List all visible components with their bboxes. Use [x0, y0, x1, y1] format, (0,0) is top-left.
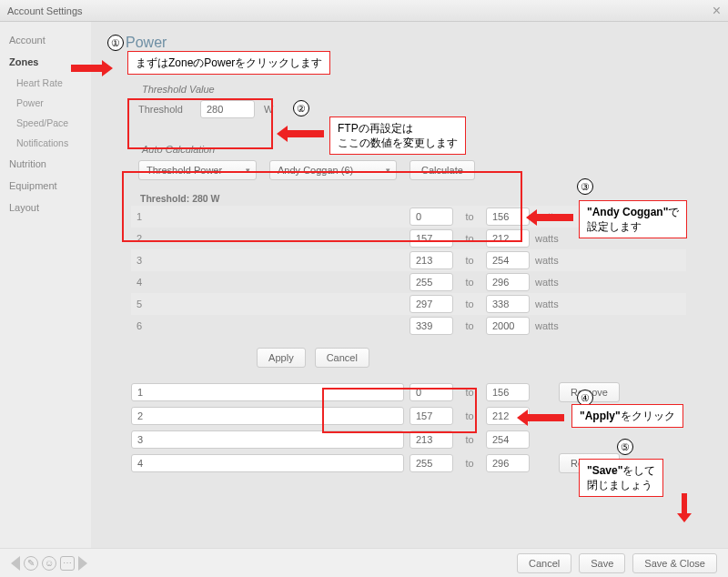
default-power-label: Default Power	[131, 56, 712, 67]
to-label: to	[459, 277, 480, 288]
autocalc-panel: Auto Calculation Threshold Power ▾ Andy …	[131, 137, 541, 186]
title-bar: Account Settings ×	[0, 0, 728, 22]
editable-zones: to Remove to to	[131, 380, 713, 475]
to-label: to	[459, 410, 480, 421]
zone-to[interactable]	[486, 295, 530, 313]
edit-icon[interactable]: ✎	[24, 556, 38, 571]
app-window: Account Settings × Account Zones Heart R…	[0, 0, 728, 577]
zone-num: 3	[131, 255, 404, 266]
zone-unit: watts	[535, 299, 571, 309]
basis-dropdown[interactable]: Threshold Power ▾	[138, 160, 257, 180]
zone-unit: watts	[535, 320, 571, 331]
to-label: to	[459, 255, 480, 266]
threshold-summary: Threshold: 280 W	[140, 193, 712, 204]
threshold-input[interactable]	[200, 100, 255, 118]
to-label: to	[459, 233, 480, 244]
zone-from[interactable]	[410, 208, 453, 226]
sidebar-item-zones[interactable]: Zones	[0, 51, 91, 73]
to-label: to	[459, 434, 480, 445]
calculate-button[interactable]: Calculate	[410, 160, 475, 180]
ezone-to[interactable]	[486, 454, 530, 472]
method-value: Andy Coggan (6)	[278, 165, 353, 176]
zone-unit: watts	[535, 233, 571, 244]
to-label: to	[459, 387, 480, 398]
zone-to[interactable]	[486, 208, 530, 226]
more-icon[interactable]: ⋯	[60, 556, 75, 571]
main-content: Power Default Power Threshold Value Thre…	[91, 22, 728, 548]
zone-from[interactable]	[410, 295, 453, 313]
method-dropdown[interactable]: Andy Coggan (6) ▾	[269, 160, 397, 180]
chevron-down-icon: ▾	[246, 166, 250, 175]
apply-button[interactable]: Apply	[257, 348, 306, 368]
zone-from[interactable]	[410, 273, 453, 291]
zone-to[interactable]	[486, 317, 530, 335]
sidebar-item-nutrition[interactable]: Nutrition	[0, 153, 91, 175]
cancel-button[interactable]: Cancel	[517, 553, 571, 573]
sidebar-sub-power[interactable]: Power	[0, 93, 91, 113]
chevron-down-icon: ▾	[386, 166, 390, 175]
zone-unit: watts	[535, 277, 571, 288]
zone-from[interactable]	[410, 251, 453, 269]
zone-num: 4	[131, 277, 404, 288]
ezone-from[interactable]	[410, 383, 453, 401]
save-close-button[interactable]: Save & Close	[632, 553, 717, 573]
ezone-name[interactable]	[131, 430, 404, 449]
ezone-name[interactable]	[131, 407, 404, 425]
basis-value: Threshold Power	[147, 165, 222, 176]
prev-icon[interactable]	[11, 556, 20, 571]
threshold-unit: W	[264, 104, 273, 115]
close-icon[interactable]: ×	[713, 0, 721, 22]
next-icon[interactable]	[78, 556, 87, 571]
ezone-to[interactable]	[486, 407, 530, 425]
threshold-field-label: Threshold	[138, 104, 191, 115]
window-title: Account Settings	[7, 0, 83, 22]
zone-num: 5	[131, 299, 404, 309]
threshold-panel: Threshold Value Threshold W	[131, 76, 359, 127]
save-button[interactable]: Save	[579, 553, 625, 573]
sidebar-item-layout[interactable]: Layout	[0, 197, 91, 218]
ezone-from[interactable]	[410, 407, 453, 425]
remove-button[interactable]: Remove	[559, 453, 620, 473]
sidebar-item-equipment[interactable]: Equipment	[0, 175, 91, 197]
sidebar-sub-notifications[interactable]: Notifications	[0, 133, 91, 153]
to-label: to	[459, 299, 480, 309]
cancel-calc-button[interactable]: Cancel	[315, 348, 369, 368]
zone-to[interactable]	[486, 251, 530, 269]
to-label: to	[459, 458, 480, 469]
page-title: Power	[126, 35, 712, 51]
ezone-from[interactable]	[410, 430, 453, 449]
sidebar-sub-speed-pace[interactable]: Speed/Pace	[0, 113, 91, 133]
zone-to[interactable]	[486, 273, 530, 291]
zone-to[interactable]	[486, 229, 530, 248]
zone-unit: watts	[535, 211, 571, 222]
apply-cancel-row: Apply Cancel	[131, 348, 495, 368]
ezone-to[interactable]	[486, 430, 530, 449]
sidebar: Account Zones Heart Rate Power Speed/Pac…	[0, 22, 91, 548]
sidebar-item-account[interactable]: Account	[0, 29, 91, 51]
ezone-name[interactable]	[131, 383, 404, 401]
zone-from[interactable]	[410, 229, 453, 248]
to-label: to	[459, 211, 480, 222]
footer-tools: ✎ ☺ ⋯	[11, 556, 87, 571]
zone-num: 6	[131, 320, 404, 331]
ezone-name[interactable]	[131, 454, 404, 472]
threshold-panel-label: Threshold Value	[142, 84, 351, 95]
autocalc-panel-label: Auto Calculation	[142, 144, 533, 155]
footer: ✎ ☺ ⋯ Cancel Save Save & Close	[0, 548, 728, 577]
zones-table: 1 to watts 2 to watts 3 to	[131, 206, 686, 337]
zone-num: 1	[131, 211, 404, 222]
smile-icon[interactable]: ☺	[42, 556, 56, 571]
zone-unit: watts	[535, 255, 571, 266]
ezone-from[interactable]	[410, 454, 453, 472]
zone-from[interactable]	[410, 317, 453, 335]
zone-num: 2	[131, 233, 404, 244]
to-label: to	[459, 320, 480, 331]
ezone-to[interactable]	[486, 383, 530, 401]
sidebar-sub-heart-rate[interactable]: Heart Rate	[0, 73, 91, 93]
remove-button[interactable]: Remove	[559, 382, 620, 402]
